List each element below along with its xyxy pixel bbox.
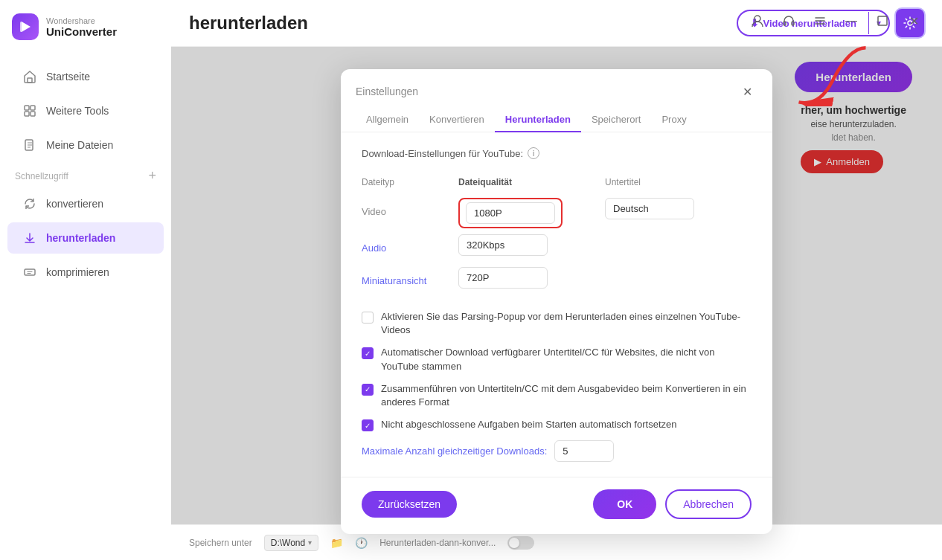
- user-icon[interactable]: [747, 10, 768, 31]
- logo-text: Wondershare UniConverter: [46, 16, 117, 38]
- page-body: Herunterladen rher, um hochwertige eise …: [171, 47, 942, 524]
- save-path[interactable]: D:\Wond ▾: [264, 535, 318, 551]
- sidebar-item-konvertieren-label: konvertieren: [46, 198, 103, 210]
- minimize-button[interactable]: —: [841, 10, 862, 31]
- video-subtitle-select[interactable]: Deutsch Englisch Französisch: [605, 198, 694, 219]
- audio-quality-cell: 320Kbps 256Kbps 128Kbps: [458, 231, 605, 264]
- path-dropdown-arrow[interactable]: ▾: [308, 538, 312, 547]
- tab-konvertieren-label: Konvertieren: [429, 114, 484, 125]
- modal-footer: Zurücksetzen OK Abbrechen: [341, 477, 772, 534]
- miniatur-quality-select-wrap: 720P 1080P 480P: [458, 267, 548, 289]
- checkbox-row-3: ✓ Nicht abgeschlossene Aufgaben beim Sta…: [362, 418, 752, 431]
- konvertieren-icon: [22, 196, 37, 211]
- quality-highlight-box: 1080P 4K 2K 720P 480P 360P: [458, 198, 563, 228]
- svg-marker-0: [22, 22, 31, 32]
- cancel-button[interactable]: Abbrechen: [665, 489, 752, 519]
- header-row: herunterladen ⬇ Video herunterladen ▾: [171, 0, 942, 47]
- checkbox-row-0: Aktivieren Sie das Parsing-Popup vor dem…: [362, 310, 752, 337]
- checkbox-1-label: Automatischer Download verfügbarer Unter…: [381, 346, 752, 373]
- video-subtitle-select-wrap: Deutsch Englisch Französisch: [605, 198, 694, 219]
- audio-subtitle-cell: [605, 231, 752, 264]
- svg-rect-13: [878, 16, 887, 25]
- checkbox-3-label: Nicht abgeschlossene Aufgaben beim Start…: [381, 418, 676, 431]
- col-header-dateiqualitaet: Dateiqualität: [458, 173, 605, 195]
- sidebar-item-herunterladen[interactable]: herunterladen: [7, 222, 164, 254]
- tab-speicherort[interactable]: Speicherort: [581, 108, 651, 132]
- ok-button[interactable]: OK: [593, 489, 656, 519]
- section-title-text: Download-Einstellungen für YouTube:: [362, 148, 523, 159]
- section-title: Download-Einstellungen für YouTube: i: [362, 147, 752, 159]
- svg-rect-3: [25, 106, 29, 110]
- svg-rect-11: [784, 22, 786, 25]
- sidebar-item-weitere-tools[interactable]: Weitere Tools: [7, 95, 164, 126]
- audio-quality-select-wrap: 320Kbps 256Kbps 128Kbps: [458, 234, 548, 256]
- modal-body: Download-Einstellungen für YouTube: i Da…: [341, 132, 772, 477]
- modal-header: Einstellungen ✕: [341, 69, 772, 102]
- modal-close-button[interactable]: ✕: [737, 81, 757, 102]
- maximize-button[interactable]: [872, 10, 893, 31]
- logo-icon: [12, 13, 39, 40]
- save-path-value: D:\Wond: [271, 538, 305, 548]
- checkbox-row-2: ✓ Zusammenführen von Untertiteln/CC mit …: [362, 382, 752, 409]
- svg-rect-12: [792, 22, 794, 25]
- modal-title: Einstellungen: [356, 86, 418, 97]
- tab-proxy-label: Proxy: [661, 114, 686, 125]
- sidebar-item-startseite[interactable]: Startseite: [7, 61, 164, 92]
- video-subtitle-cell: Deutsch Englisch Französisch: [605, 195, 752, 231]
- checkbox-2-label: Zusammenführen von Untertiteln/CC mit de…: [381, 382, 752, 409]
- clock-icon[interactable]: 🕐: [355, 537, 368, 549]
- download-nav-icon: [22, 231, 37, 245]
- schnellzugriff-label: Schnellzugriff: [15, 171, 68, 181]
- checkbox-1[interactable]: ✓: [362, 347, 374, 359]
- settings-modal: Einstellungen ✕ Allgemein Konvertieren H…: [341, 69, 772, 534]
- svg-rect-2: [28, 78, 32, 83]
- tab-proxy[interactable]: Proxy: [651, 108, 696, 132]
- concurrent-select-wrap: 5 1 2 3 4 6 7 8: [554, 440, 614, 462]
- miniatur-quality-select[interactable]: 720P 1080P 480P: [458, 267, 548, 289]
- modal-tabs: Allgemein Konvertieren Herunterladen Spe…: [341, 102, 772, 132]
- sidebar-item-komprimieren[interactable]: komprimieren: [7, 257, 164, 288]
- svg-rect-1: [20, 22, 22, 32]
- audio-quality-select[interactable]: 320Kbps 256Kbps 128Kbps: [458, 234, 548, 256]
- sidebar-item-meine-dateien-label: Meine Dateien: [46, 139, 113, 151]
- col-header-untertitel: Untertitel: [605, 173, 752, 195]
- sidebar-item-meine-dateien[interactable]: Meine Dateien: [7, 129, 164, 161]
- logo-brand: Wondershare: [46, 16, 117, 25]
- sidebar-item-konvertieren[interactable]: konvertieren: [7, 188, 164, 219]
- concurrent-label: Maximale Anzahl gleichzeitiger Downloads…: [362, 445, 547, 457]
- dateiqualitaet-text: Dateiqualität: [458, 177, 512, 187]
- svg-rect-6: [31, 112, 35, 116]
- window-controls: — ✕: [729, 0, 942, 42]
- folder-icon[interactable]: 📁: [330, 537, 343, 549]
- checkbox-2[interactable]: ✓: [362, 384, 374, 396]
- tab-herunterladen[interactable]: Herunterladen: [495, 108, 581, 132]
- download-convert-label: Herunterladen-dann-konver...: [379, 538, 496, 548]
- info-icon: i: [528, 147, 539, 159]
- tab-konvertieren[interactable]: Konvertieren: [419, 108, 495, 132]
- tab-allgemein[interactable]: Allgemein: [356, 108, 419, 132]
- miniatur-quality-cell: 720P 1080P 480P: [458, 264, 605, 297]
- svg-rect-4: [31, 106, 35, 110]
- reset-button[interactable]: Zurücksetzen: [362, 491, 457, 518]
- page-title: herunterladen: [189, 13, 308, 33]
- sidebar-item-startseite-label: Startseite: [46, 71, 90, 83]
- checkbox-row-1: ✓ Automatischer Download verfügbarer Unt…: [362, 346, 752, 373]
- headset-icon[interactable]: [778, 10, 799, 31]
- checkbox-0[interactable]: [362, 312, 374, 324]
- add-schnellzugriff-button[interactable]: +: [148, 168, 156, 184]
- sidebar-item-komprimieren-label: komprimieren: [46, 266, 109, 278]
- svg-point-10: [754, 16, 760, 22]
- checkbox-0-label: Aktivieren Sie das Parsing-Popup vor dem…: [381, 310, 752, 337]
- logo-name: UniConverter: [46, 25, 117, 38]
- download-convert-toggle[interactable]: [507, 536, 534, 550]
- close-window-button[interactable]: ✕: [903, 10, 924, 31]
- checkbox-3[interactable]: ✓: [362, 419, 374, 431]
- col-header-dateityp: Dateityp: [362, 173, 458, 195]
- concurrent-select[interactable]: 5 1 2 3 4 6 7 8: [554, 440, 614, 462]
- video-quality-select[interactable]: 1080P 4K 2K 720P 480P 360P: [466, 202, 555, 224]
- schnellzugriff-section: Schnellzugriff +: [0, 162, 171, 187]
- miniatur-subtitle-cell: [605, 264, 752, 297]
- menu-icon[interactable]: [810, 10, 830, 31]
- compress-icon: [22, 265, 37, 280]
- file-icon: [22, 138, 37, 152]
